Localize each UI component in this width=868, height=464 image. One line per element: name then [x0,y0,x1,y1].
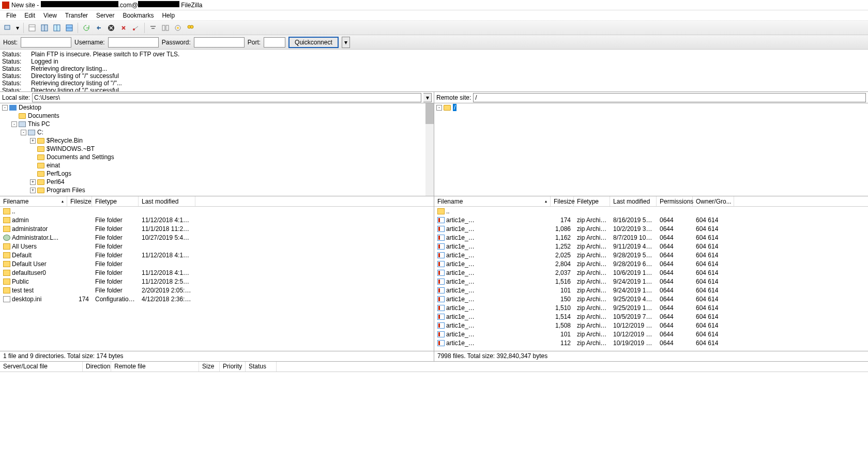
queue-column-header[interactable]: Priority [220,362,246,372]
list-item[interactable]: artic1e_1,516zip Archive9/24/2019 11:3..… [434,277,868,286]
host-input[interactable] [21,37,71,48]
password-input[interactable] [194,37,245,48]
queue-column-header[interactable]: Status [246,362,277,372]
tree-item[interactable]: Documents and Settings [0,153,434,161]
local-site-dropdown[interactable]: ▾ [423,93,432,102]
column-header[interactable]: Last modified [139,196,195,206]
refresh-button[interactable] [81,22,92,34]
list-item[interactable]: artic1e_150zip Archive9/25/2019 4:17:...… [434,295,868,303]
queue-column-header[interactable]: Direction [83,362,111,372]
quickconnect-dropdown[interactable]: ▾ [342,37,350,48]
tree-item[interactable]: +Perl64 [0,178,434,186]
list-item[interactable]: artic1e_1,086zip Archive10/2/2019 3:49:.… [434,224,868,233]
expand-toggle[interactable]: + [30,188,36,193]
toggle-log-button[interactable] [26,22,38,34]
reconnect-button[interactable] [130,22,142,34]
column-header[interactable]: Permissions [657,196,693,206]
menu-server[interactable]: Server [92,11,118,20]
cancel-button[interactable] [105,22,117,34]
list-item[interactable]: artic1e_1,508zip Archive10/12/2019 2:2..… [434,321,868,330]
site-manager-dropdown[interactable]: ▾ [14,22,21,34]
port-input[interactable] [264,37,285,48]
list-item[interactable]: defaultuser0File folder11/12/2018 4:13:3… [0,268,434,277]
list-item[interactable]: artic1e_2,037zip Archive10/6/2019 1:15:.… [434,268,868,277]
menu-help[interactable]: Help [158,11,179,20]
remote-tree-pane[interactable]: -/ [434,103,868,196]
menu-bookmarks[interactable]: Bookmarks [118,11,158,20]
column-header[interactable]: Filesize [67,196,92,206]
menu-edit[interactable]: Edit [20,11,39,20]
filter-button[interactable] [147,22,159,34]
list-item[interactable]: administratorFile folder11/1/2018 11:28:… [0,224,434,233]
list-item[interactable]: All UsersFile folder [0,242,434,251]
tree-item[interactable]: einat [0,161,434,169]
remote-site-input[interactable] [473,93,866,102]
list-item[interactable]: .. [0,207,434,215]
column-header[interactable]: Filetype [574,196,610,206]
toggle-queue-button[interactable] [64,22,75,34]
list-item[interactable]: artic1e_1,162zip Archive8/7/2019 10:16:.… [434,233,868,242]
expand-toggle[interactable]: - [436,105,442,111]
column-header[interactable]: Filetype [92,196,139,206]
remote-file-list[interactable]: Filename▴FilesizeFiletypeLast modifiedPe… [434,196,868,351]
queue-column-header[interactable]: Server/Local file [0,362,83,372]
list-item[interactable]: artic1e_2,804zip Archive9/28/2019 6:22:.… [434,259,868,268]
toggle-tree-local-button[interactable] [39,22,50,34]
list-item[interactable]: artic1e_2,025zip Archive9/28/2019 5:19:.… [434,251,868,259]
list-item[interactable]: artic1e_101zip Archive9/24/2019 11:4...0… [434,286,868,295]
local-file-list[interactable]: Filename▴FilesizeFiletypeLast modified .… [0,196,434,351]
expand-toggle[interactable]: + [30,138,36,144]
tree-item[interactable]: -Desktop [0,103,434,112]
tree-item[interactable]: Documents [0,112,434,120]
local-site-input[interactable] [32,93,421,102]
username-input[interactable] [108,37,159,48]
disconnect-button[interactable] [118,22,129,34]
toggle-tree-remote-button[interactable] [51,22,63,34]
queue-column-header[interactable]: Remote file [111,362,199,372]
redacted-filename [468,261,551,267]
expand-toggle[interactable]: - [21,130,26,135]
list-item[interactable]: desktop.ini174Configuration ...4/12/2018… [0,295,434,303]
menu-file[interactable]: File [2,11,20,20]
list-item[interactable]: PublicFile folder11/12/2018 2:53:10... [0,277,434,286]
list-item[interactable]: Administrator.L...File folder10/27/2019 … [0,233,434,242]
expand-toggle[interactable]: - [11,121,17,127]
site-manager-button[interactable] [2,22,13,34]
quickconnect-button[interactable]: Quickconnect [288,37,339,48]
tree-item[interactable]: -C: [0,128,434,136]
queue-body[interactable] [0,372,868,403]
local-tree-pane[interactable]: -DesktopDocuments-This PC-C:+$Recycle.Bi… [0,103,434,196]
list-item[interactable]: adminFile folder11/12/2018 4:13:22... [0,215,434,224]
list-item[interactable]: artic1e_101zip Archive10/12/2019 7:3...0… [434,330,868,338]
tree-item[interactable]: -/ [434,103,868,112]
expand-toggle[interactable]: + [30,179,36,185]
list-item[interactable]: Default UserFile folder [0,259,434,268]
tree-item[interactable]: PerfLogs [0,169,434,178]
column-header[interactable]: Owner/Gro... [693,196,734,206]
column-header[interactable]: Filename▴ [0,196,67,206]
tree-item[interactable]: -This PC [0,120,434,128]
tree-item[interactable]: +Program Files [0,186,434,194]
column-header[interactable]: Filename▴ [434,196,551,206]
list-item[interactable]: artic1e_112zip Archive10/19/2019 4:2...0… [434,338,868,347]
sync-browse-button[interactable] [172,22,184,34]
list-item[interactable]: test testFile folder2/20/2019 2:05:30 ..… [0,286,434,295]
tree-item[interactable]: $WINDOWS.~BT [0,145,434,153]
list-item[interactable]: artic1e_174zip Archive8/16/2019 5:09:...… [434,215,868,224]
local-tree-scrollbar[interactable] [425,103,434,196]
list-item[interactable]: .. [434,207,868,215]
column-header[interactable]: Filesize [551,196,574,206]
queue-column-header[interactable]: Size [199,362,220,372]
process-queue-button[interactable] [93,22,104,34]
tree-item[interactable]: +$Recycle.Bin [0,136,434,145]
list-item[interactable]: artic1e_1,510zip Archive9/25/2019 10:1..… [434,303,868,312]
menu-transfer[interactable]: Transfer [61,11,92,20]
list-item[interactable]: DefaultFile folder11/12/2018 4:15:16... [0,251,434,259]
compare-button[interactable] [160,22,171,34]
list-item[interactable]: artic1e_1,514zip Archive10/5/2019 7:06:.… [434,312,868,321]
expand-toggle[interactable]: - [2,105,8,111]
search-button[interactable] [185,22,196,34]
column-header[interactable]: Last modified [610,196,657,206]
list-item[interactable]: artic1e_1,252zip Archive9/11/2019 4:15:.… [434,242,868,251]
menu-view[interactable]: View [39,11,61,20]
